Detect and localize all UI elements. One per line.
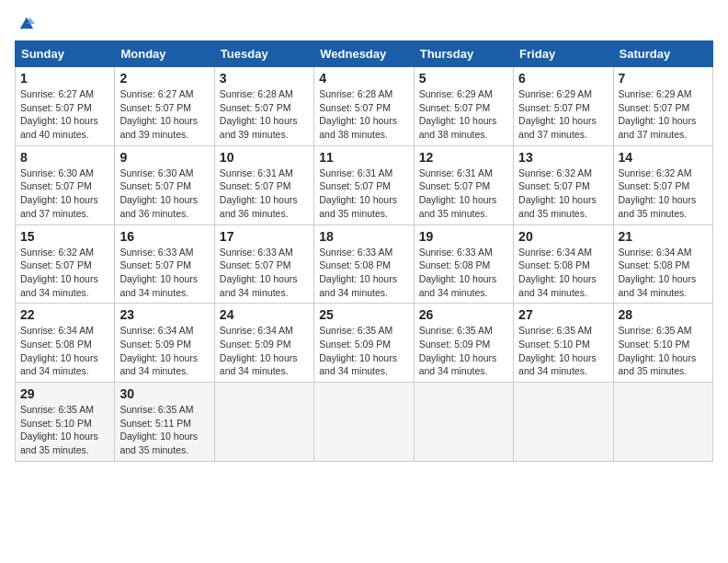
- calendar-cell: 1 Sunrise: 6:27 AMSunset: 5:07 PMDayligh…: [16, 67, 115, 146]
- day-number: 29: [20, 386, 109, 401]
- calendar-cell: 2 Sunrise: 6:27 AMSunset: 5:07 PMDayligh…: [115, 67, 214, 146]
- calendar-week-4: 22 Sunrise: 6:34 AMSunset: 5:08 PMDaylig…: [16, 304, 713, 383]
- calendar-cell: 17 Sunrise: 6:33 AMSunset: 5:07 PMDaylig…: [214, 224, 313, 304]
- day-info: Sunrise: 6:34 AMSunset: 5:08 PMDaylight:…: [20, 325, 98, 376]
- day-info: Sunrise: 6:27 AMSunset: 5:07 PMDaylight:…: [20, 88, 98, 140]
- header-sunday: Sunday: [16, 41, 115, 67]
- day-info: Sunrise: 6:35 AMSunset: 5:10 PMDaylight:…: [20, 404, 98, 455]
- day-number: 5: [419, 71, 508, 86]
- day-info: Sunrise: 6:31 AMSunset: 5:07 PMDaylight:…: [220, 167, 298, 219]
- day-info: Sunrise: 6:29 AMSunset: 5:07 PMDaylight:…: [419, 88, 497, 140]
- day-info: Sunrise: 6:33 AMSunset: 5:07 PMDaylight:…: [220, 247, 298, 298]
- day-number: 12: [419, 150, 508, 165]
- calendar-cell: 23 Sunrise: 6:34 AMSunset: 5:09 PMDaylig…: [115, 304, 214, 383]
- day-number: 4: [319, 71, 408, 86]
- calendar-cell: 19 Sunrise: 6:33 AMSunset: 5:08 PMDaylig…: [414, 224, 513, 304]
- calendar-cell: 9 Sunrise: 6:30 AMSunset: 5:07 PMDayligh…: [115, 145, 214, 224]
- calendar-cell: 10 Sunrise: 6:31 AMSunset: 5:07 PMDaylig…: [214, 145, 313, 224]
- logo: [15, 15, 35, 31]
- day-info: Sunrise: 6:33 AMSunset: 5:08 PMDaylight:…: [419, 247, 497, 298]
- header-friday: Friday: [514, 41, 613, 67]
- day-info: Sunrise: 6:30 AMSunset: 5:07 PMDaylight:…: [20, 167, 98, 219]
- calendar-cell: [514, 383, 613, 462]
- day-number: 25: [319, 307, 408, 322]
- day-info: Sunrise: 6:33 AMSunset: 5:07 PMDaylight:…: [119, 247, 198, 298]
- day-info: Sunrise: 6:30 AMSunset: 5:07 PMDaylight:…: [119, 167, 198, 219]
- day-number: 6: [518, 71, 608, 86]
- calendar-cell: 20 Sunrise: 6:34 AMSunset: 5:08 PMDaylig…: [514, 224, 613, 304]
- day-info: Sunrise: 6:28 AMSunset: 5:07 PMDaylight:…: [319, 88, 397, 140]
- day-number: 30: [119, 386, 209, 401]
- calendar-cell: 24 Sunrise: 6:34 AMSunset: 5:09 PMDaylig…: [214, 304, 313, 383]
- calendar-header-row: SundayMondayTuesdayWednesdayThursdayFrid…: [16, 41, 713, 67]
- day-info: Sunrise: 6:31 AMSunset: 5:07 PMDaylight:…: [319, 167, 397, 219]
- calendar-cell: 4 Sunrise: 6:28 AMSunset: 5:07 PMDayligh…: [314, 67, 414, 146]
- day-number: 9: [119, 150, 209, 165]
- day-number: 26: [419, 307, 508, 322]
- calendar-cell: 8 Sunrise: 6:30 AMSunset: 5:07 PMDayligh…: [16, 145, 115, 224]
- header-saturday: Saturday: [613, 41, 712, 67]
- day-info: Sunrise: 6:35 AMSunset: 5:10 PMDaylight:…: [518, 325, 597, 376]
- day-info: Sunrise: 6:34 AMSunset: 5:08 PMDaylight:…: [518, 247, 597, 298]
- calendar-week-5: 29 Sunrise: 6:35 AMSunset: 5:10 PMDaylig…: [16, 383, 713, 462]
- day-info: Sunrise: 6:29 AMSunset: 5:07 PMDaylight:…: [518, 88, 597, 140]
- day-number: 20: [518, 229, 608, 244]
- calendar-cell: 13 Sunrise: 6:32 AMSunset: 5:07 PMDaylig…: [514, 145, 613, 224]
- day-info: Sunrise: 6:32 AMSunset: 5:07 PMDaylight:…: [20, 247, 98, 298]
- header-tuesday: Tuesday: [214, 41, 313, 67]
- day-number: 28: [619, 307, 708, 322]
- day-number: 24: [220, 307, 309, 322]
- calendar-cell: 7 Sunrise: 6:29 AMSunset: 5:07 PMDayligh…: [613, 67, 712, 146]
- calendar-cell: 11 Sunrise: 6:31 AMSunset: 5:07 PMDaylig…: [314, 145, 414, 224]
- calendar: SundayMondayTuesdayWednesdayThursdayFrid…: [15, 40, 713, 462]
- day-number: 14: [619, 150, 708, 165]
- calendar-cell: 27 Sunrise: 6:35 AMSunset: 5:10 PMDaylig…: [514, 304, 613, 383]
- day-info: Sunrise: 6:29 AMSunset: 5:07 PMDaylight:…: [619, 88, 697, 140]
- day-info: Sunrise: 6:27 AMSunset: 5:07 PMDaylight:…: [119, 88, 198, 140]
- calendar-cell: 22 Sunrise: 6:34 AMSunset: 5:08 PMDaylig…: [16, 304, 115, 383]
- day-number: 16: [119, 229, 209, 244]
- day-number: 21: [619, 229, 708, 244]
- day-info: Sunrise: 6:34 AMSunset: 5:08 PMDaylight:…: [619, 247, 697, 298]
- header: [15, 15, 713, 31]
- day-info: Sunrise: 6:35 AMSunset: 5:11 PMDaylight:…: [119, 404, 198, 455]
- calendar-cell: 30 Sunrise: 6:35 AMSunset: 5:11 PMDaylig…: [115, 383, 214, 462]
- day-number: 27: [518, 307, 608, 322]
- calendar-cell: [314, 383, 414, 462]
- day-info: Sunrise: 6:28 AMSunset: 5:07 PMDaylight:…: [220, 88, 298, 140]
- calendar-cell: [613, 383, 712, 462]
- calendar-cell: 5 Sunrise: 6:29 AMSunset: 5:07 PMDayligh…: [414, 67, 513, 146]
- calendar-week-1: 1 Sunrise: 6:27 AMSunset: 5:07 PMDayligh…: [16, 67, 713, 146]
- header-monday: Monday: [115, 41, 214, 67]
- header-wednesday: Wednesday: [314, 41, 414, 67]
- day-info: Sunrise: 6:34 AMSunset: 5:09 PMDaylight:…: [220, 325, 298, 376]
- day-number: 23: [119, 307, 209, 322]
- calendar-cell: [414, 383, 513, 462]
- day-number: 10: [220, 150, 309, 165]
- day-number: 11: [319, 150, 408, 165]
- day-info: Sunrise: 6:35 AMSunset: 5:09 PMDaylight:…: [319, 325, 397, 376]
- day-info: Sunrise: 6:35 AMSunset: 5:10 PMDaylight:…: [619, 325, 697, 376]
- calendar-cell: 15 Sunrise: 6:32 AMSunset: 5:07 PMDaylig…: [16, 224, 115, 304]
- calendar-cell: 16 Sunrise: 6:33 AMSunset: 5:07 PMDaylig…: [115, 224, 214, 304]
- day-number: 18: [319, 229, 408, 244]
- calendar-cell: 28 Sunrise: 6:35 AMSunset: 5:10 PMDaylig…: [613, 304, 712, 383]
- calendar-cell: 25 Sunrise: 6:35 AMSunset: 5:09 PMDaylig…: [314, 304, 414, 383]
- day-info: Sunrise: 6:35 AMSunset: 5:09 PMDaylight:…: [419, 325, 497, 376]
- calendar-cell: 18 Sunrise: 6:33 AMSunset: 5:08 PMDaylig…: [314, 224, 414, 304]
- day-number: 17: [220, 229, 309, 244]
- logo-icon: [18, 15, 35, 31]
- day-number: 22: [20, 307, 109, 322]
- calendar-cell: 3 Sunrise: 6:28 AMSunset: 5:07 PMDayligh…: [214, 67, 313, 146]
- calendar-cell: 6 Sunrise: 6:29 AMSunset: 5:07 PMDayligh…: [514, 67, 613, 146]
- day-info: Sunrise: 6:32 AMSunset: 5:07 PMDaylight:…: [619, 167, 697, 219]
- day-number: 19: [419, 229, 508, 244]
- day-info: Sunrise: 6:33 AMSunset: 5:08 PMDaylight:…: [319, 247, 397, 298]
- day-number: 3: [220, 71, 309, 86]
- calendar-cell: 21 Sunrise: 6:34 AMSunset: 5:08 PMDaylig…: [613, 224, 712, 304]
- calendar-cell: 12 Sunrise: 6:31 AMSunset: 5:07 PMDaylig…: [414, 145, 513, 224]
- calendar-cell: 14 Sunrise: 6:32 AMSunset: 5:07 PMDaylig…: [613, 145, 712, 224]
- calendar-week-2: 8 Sunrise: 6:30 AMSunset: 5:07 PMDayligh…: [16, 145, 713, 224]
- day-number: 2: [119, 71, 209, 86]
- calendar-cell: [214, 383, 313, 462]
